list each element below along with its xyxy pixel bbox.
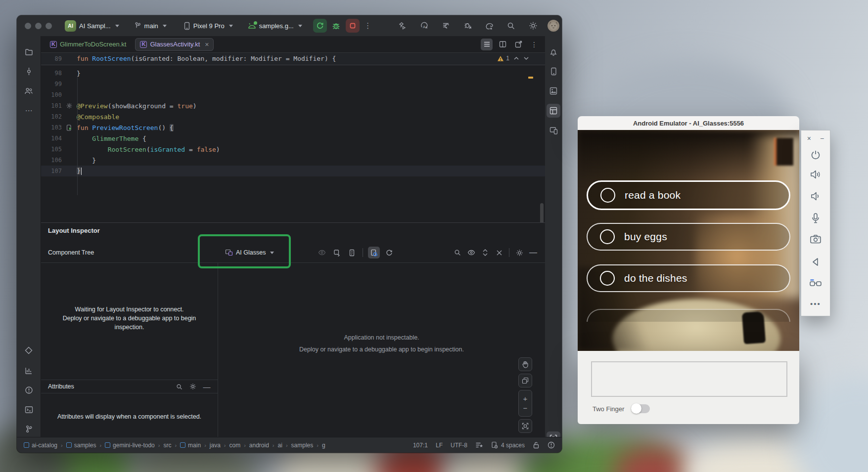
code-style-icon[interactable] <box>475 442 483 448</box>
inspector-main-pane[interactable]: Application not inspectable. Deploy or n… <box>218 262 545 437</box>
code-line[interactable]: 104 GlimmerTheme { <box>41 133 545 144</box>
tree-settings-button[interactable] <box>513 247 525 258</box>
hide-attributes-button[interactable]: — <box>201 381 213 392</box>
split-editor-button[interactable] <box>497 39 508 50</box>
run-configuration-selector[interactable]: samples.g... <box>248 22 302 30</box>
code-line[interactable]: 100 <box>41 89 545 100</box>
microphone-button[interactable] <box>801 213 830 224</box>
glasses-button[interactable] <box>801 278 830 288</box>
gradle-sync-button[interactable] <box>482 19 497 33</box>
apply-changes-button[interactable] <box>439 19 454 33</box>
camera-button[interactable] <box>801 234 830 244</box>
breadcrumb-item[interactable]: com <box>229 442 240 449</box>
emulator-title-bar[interactable]: Android Emulator - AI_Glasses:5556 <box>578 116 799 130</box>
sticky-code-line[interactable]: 89fun RootScreen(isGranted: Boolean, mod… <box>41 53 545 64</box>
deep-inspect-button[interactable] <box>316 247 328 258</box>
more-actions-kebab[interactable]: ⋮ <box>361 19 375 33</box>
notifications-button[interactable] <box>547 45 560 59</box>
more-tool-windows-button[interactable]: ⋯ <box>22 104 36 118</box>
tab-glimmertodoscreen[interactable]: K GlimmerToDoScreen.kt <box>45 38 131 51</box>
tree-visibility-button[interactable] <box>465 247 477 258</box>
project-tool-button[interactable] <box>22 45 36 59</box>
breadcrumb-item[interactable]: gemini-live-todo <box>105 442 155 449</box>
gutter-preview-icon[interactable] <box>62 125 77 131</box>
resource-manager-button[interactable] <box>547 84 560 98</box>
todo-checkbox[interactable] <box>600 188 615 203</box>
editor-list-view-button[interactable] <box>481 39 493 50</box>
pan-button[interactable] <box>518 357 532 371</box>
breadcrumb-item[interactable]: main <box>180 442 201 449</box>
problems-tool-button[interactable] <box>22 383 36 397</box>
emulator-more-button[interactable]: ••• <box>801 300 830 308</box>
emulator-text-input[interactable] <box>591 361 787 397</box>
code-line[interactable]: 103fun PreviewRootScreen() { <box>41 122 545 133</box>
tree-search-button[interactable] <box>452 247 463 258</box>
close-tab-icon[interactable]: × <box>205 41 209 48</box>
attributes-settings-button[interactable] <box>187 381 199 392</box>
breadcrumb-item[interactable]: java <box>210 442 221 449</box>
breadcrumb[interactable]: ai-catalog›samples›gemini-live-todo›src›… <box>24 442 325 449</box>
emulator-screen[interactable]: read a bookbuy eggsdo the dishes <box>578 130 799 351</box>
inspection-widget[interactable]: 1 <box>497 55 529 62</box>
git-tool-button[interactable] <box>22 422 36 436</box>
layers-button[interactable] <box>518 374 532 387</box>
attach-debugger-button[interactable] <box>460 19 475 33</box>
breadcrumb-item[interactable]: ai <box>278 442 282 449</box>
minimize-window-button[interactable] <box>35 23 42 29</box>
commit-tool-button[interactable] <box>22 64 36 78</box>
project-widget[interactable]: AI AI Sampl... <box>65 20 119 32</box>
editor-scrollbar[interactable] <box>540 203 544 222</box>
stop-button[interactable] <box>346 19 360 33</box>
breadcrumb-item[interactable]: g <box>322 442 325 449</box>
todo-item-partial[interactable] <box>587 309 790 322</box>
expand-nodes-button[interactable] <box>479 247 491 258</box>
breadcrumb-item[interactable]: src <box>163 442 171 449</box>
editor-options-kebab[interactable]: ⋮ <box>528 39 540 50</box>
hide-tree-button[interactable]: — <box>527 247 539 258</box>
component-tree-pane[interactable]: Waiting for Layout Inspector to connect.… <box>41 262 218 437</box>
device-manager-button[interactable] <box>547 64 560 78</box>
user-avatar[interactable] <box>548 20 559 32</box>
zoom-to-fit-button[interactable] <box>518 419 532 433</box>
todo-checkbox[interactable] <box>600 271 615 286</box>
dependencies-tool-button[interactable] <box>22 343 36 357</box>
volume-down-button[interactable] <box>801 191 830 202</box>
detach-editor-button[interactable] <box>512 39 524 50</box>
layout-inspector-tool-button[interactable] <box>547 104 560 118</box>
breadcrumb-item[interactable]: android <box>249 442 269 449</box>
chevron-up-icon[interactable] <box>513 56 519 60</box>
code-line[interactable]: 105 RootScreen(isGranted = false) <box>41 144 545 155</box>
close-window-button[interactable] <box>25 23 31 29</box>
emulator-minimize-button[interactable]: − <box>820 134 824 142</box>
collapse-nodes-button[interactable] <box>493 247 505 258</box>
vcs-branch-widget[interactable]: main <box>134 22 167 30</box>
snapshot-export-button[interactable] <box>331 247 343 258</box>
code-line[interactable]: 107} <box>41 166 545 176</box>
code-line[interactable]: 102@Composable <box>41 111 545 122</box>
zoom-out-button[interactable]: − <box>523 404 528 412</box>
profiler-button[interactable]: A <box>417 19 432 33</box>
debug-button[interactable] <box>329 19 344 33</box>
terminal-tool-button[interactable] <box>22 403 36 417</box>
back-button[interactable] <box>801 257 830 267</box>
rerun-button[interactable] <box>313 19 327 33</box>
todo-item[interactable]: do the dishes <box>587 264 790 292</box>
gutter-gear-icon[interactable] <box>62 103 77 109</box>
structure-tool-button[interactable] <box>22 84 36 98</box>
code-editor[interactable]: 89fun RootScreen(isGranted: Boolean, mod… <box>41 53 545 222</box>
indent-widget[interactable]: 4 spaces <box>491 441 525 449</box>
code-line[interactable]: 101@Preview(showBackground = true) <box>41 100 545 111</box>
todo-checkbox[interactable] <box>600 229 615 244</box>
settings-button[interactable] <box>526 19 541 33</box>
tab-glassesactivity[interactable]: K GlassesActivity.kt × <box>135 38 214 51</box>
code-line[interactable]: 98} <box>41 68 545 79</box>
snapshot-import-button[interactable] <box>346 247 358 258</box>
build-button[interactable] <box>395 19 410 33</box>
caret-position[interactable]: 107:1 <box>413 442 428 449</box>
breadcrumb-item[interactable]: ai-catalog <box>24 442 57 449</box>
unlock-icon[interactable] <box>533 441 540 449</box>
zoom-window-button[interactable] <box>46 23 52 29</box>
todo-item[interactable]: read a book <box>587 180 790 210</box>
running-devices-button[interactable] <box>547 124 560 137</box>
two-finger-toggle[interactable] <box>632 404 650 413</box>
